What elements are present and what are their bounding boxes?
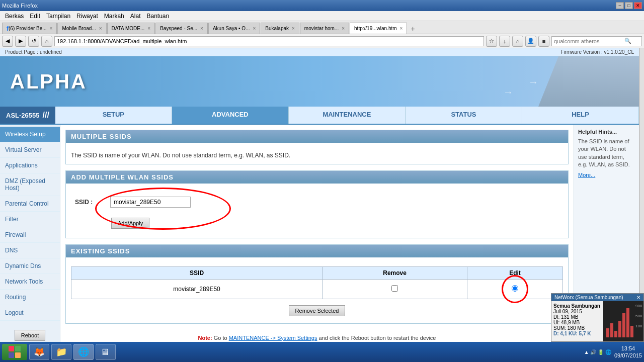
tab-3-close[interactable]: × bbox=[200, 26, 203, 31]
start-button[interactable] bbox=[2, 344, 27, 360]
chart-bar-1 bbox=[606, 328, 609, 337]
chart-label-100: 100 K bbox=[635, 324, 642, 328]
chart-bar-5 bbox=[622, 313, 625, 337]
tab-5[interactable]: Bukalapak × bbox=[261, 23, 299, 34]
sidebar-item-dmz[interactable]: DMZ (Exposed Host) bbox=[0, 173, 60, 196]
taskbar-firefox[interactable]: 🦊 bbox=[29, 344, 49, 360]
tab-7-close[interactable]: × bbox=[400, 26, 403, 31]
menu-alat[interactable]: Alat bbox=[127, 12, 144, 21]
remove-selected-button[interactable]: Remove Selected bbox=[289, 305, 346, 316]
nav-advanced[interactable]: ADVANCED bbox=[172, 107, 289, 124]
sidebar-item-logout[interactable]: Logout bbox=[0, 305, 60, 321]
sidebar-item-routing[interactable]: Routing bbox=[0, 290, 60, 305]
tab-2-close[interactable]: × bbox=[147, 26, 150, 31]
maximize-btn[interactable]: □ bbox=[625, 2, 633, 9]
note-suffix: and click the Reboot button to restart t… bbox=[318, 335, 436, 341]
svg-rect-2 bbox=[9, 352, 14, 358]
ssid-input[interactable] bbox=[110, 197, 191, 208]
nav-setup[interactable]: SETUP bbox=[55, 107, 172, 124]
window-controls[interactable]: – □ ✕ bbox=[616, 2, 642, 9]
multiple-ssids-description: The SSID is name of your WLAN. Do not us… bbox=[71, 152, 563, 159]
taskbar-cmd[interactable]: 🖥 bbox=[96, 344, 116, 360]
tab-4-close[interactable]: × bbox=[253, 26, 256, 31]
tab-0[interactable]: f (6) Provider Be... × bbox=[2, 23, 57, 34]
home2-btn[interactable]: ⌂ bbox=[512, 36, 523, 47]
router-header: ALPHA → → bbox=[0, 56, 639, 107]
networx-stats: Semua Sambungan Juli 09, 2015 Dl: 131 MB… bbox=[551, 301, 603, 341]
home-btn[interactable]: ⌂ bbox=[41, 36, 52, 47]
tab-1-close[interactable]: × bbox=[99, 26, 102, 31]
close-btn[interactable]: ✕ bbox=[634, 2, 642, 9]
firefox-icon: 🦊 bbox=[34, 346, 45, 357]
edit-radio[interactable] bbox=[512, 285, 518, 292]
content-wrapper: Wireless Setup Virtual Server Applicatio… bbox=[0, 125, 639, 342]
address-bar: ◀ ▶ ↺ ⌂ ☆ ↓ ⌂ 👤 ≡ 🔍 bbox=[0, 34, 644, 48]
table-header-row: SSID Remove Edit bbox=[71, 267, 563, 280]
sidebar-item-parental-control[interactable]: Parental Control bbox=[0, 196, 60, 212]
add-apply-button[interactable]: Add/Apply bbox=[111, 218, 149, 229]
tab-5-close[interactable]: × bbox=[292, 26, 295, 31]
col-remove: Remove bbox=[323, 267, 467, 280]
product-page: Product Page : undefined bbox=[5, 49, 62, 55]
table-body: movistar_289E50 bbox=[71, 280, 563, 299]
edit-circle-wrapper bbox=[509, 282, 521, 296]
sidebar-item-filter[interactable]: Filter bbox=[0, 212, 60, 227]
tab-2[interactable]: DATA MODE... × bbox=[107, 23, 155, 34]
address-input[interactable] bbox=[54, 36, 484, 46]
remove-checkbox[interactable] bbox=[391, 285, 398, 292]
table-head: SSID Remove Edit bbox=[71, 267, 563, 280]
sidebar-item-dynamic-dns[interactable]: Dynamic Dns bbox=[0, 258, 60, 274]
tab-7[interactable]: http://19...wlan.htm × bbox=[350, 23, 407, 34]
add-wlan-box: ADD MULTIPLE WLAN SSIDS SSID : Add/Apply bbox=[65, 170, 569, 238]
tab-1[interactable]: Mobile Broad... × bbox=[57, 23, 106, 34]
tab-3[interactable]: Bayspeed - Se... × bbox=[155, 23, 208, 34]
main-panel: MULTIPLE SSIDS The SSID is name of your … bbox=[60, 125, 574, 342]
ssid-form-row: SSID : bbox=[71, 193, 563, 212]
menu-riwayat[interactable]: Riwayat bbox=[73, 12, 101, 21]
note-link[interactable]: MAINTENANCE -> System Settings bbox=[229, 335, 317, 341]
note-area: Note: Go to MAINTENANCE -> System Settin… bbox=[65, 330, 569, 342]
menu-markah[interactable]: Markah bbox=[101, 12, 127, 21]
sidebar-item-virtual-server[interactable]: Virtual Server bbox=[0, 142, 60, 158]
chart-label-500: 500 K bbox=[635, 314, 642, 318]
minimize-btn[interactable]: – bbox=[616, 2, 624, 9]
tab-0-close[interactable]: × bbox=[50, 26, 53, 31]
nav-maintenance[interactable]: MAINTENANCE bbox=[289, 107, 406, 124]
tab-4[interactable]: Akun Saya • O... × bbox=[208, 23, 260, 34]
search-input[interactable] bbox=[554, 38, 624, 44]
user-btn[interactable]: 👤 bbox=[525, 36, 536, 47]
menu-bantuan[interactable]: Bantuan bbox=[143, 12, 172, 21]
nav-tabs: ASL-26555 /// SETUP ADVANCED MAINTENANCE… bbox=[0, 107, 639, 125]
menu-edit[interactable]: Edit bbox=[27, 12, 43, 21]
menu-tampilan[interactable]: Tampilan bbox=[43, 12, 73, 21]
sidebar-item-firewall[interactable]: Firewall bbox=[0, 227, 60, 243]
taskbar-folder[interactable]: 📁 bbox=[51, 344, 71, 360]
title-bar: Mozilla Firefox – □ ✕ bbox=[0, 0, 644, 11]
forward-btn[interactable]: ▶ bbox=[15, 36, 26, 47]
bookmark-btn[interactable]: ☆ bbox=[486, 36, 497, 47]
taskbar-chrome[interactable]: 🌐 bbox=[73, 344, 94, 360]
networx-label: Semua Sambungan bbox=[553, 303, 601, 309]
sidebar-item-dns[interactable]: DNS bbox=[0, 243, 60, 258]
back-btn[interactable]: ◀ bbox=[2, 36, 13, 47]
networx-chart-svg: 900 K 500 K 100 K bbox=[605, 303, 642, 338]
note-prefix: Note: bbox=[198, 335, 212, 341]
sidebar-item-applications[interactable]: Applications bbox=[0, 158, 60, 173]
tab-6[interactable]: movistar hom... × bbox=[300, 23, 349, 34]
menu-berkas[interactable]: Berkas bbox=[2, 12, 27, 21]
search-icon[interactable]: 🔍 bbox=[624, 38, 631, 44]
reboot-button[interactable]: Reboot bbox=[15, 330, 45, 341]
reload-btn[interactable]: ↺ bbox=[28, 36, 39, 47]
menu-btn[interactable]: ≡ bbox=[538, 36, 549, 47]
tab-6-close[interactable]: × bbox=[342, 26, 345, 31]
nav-help[interactable]: HELP bbox=[522, 107, 639, 124]
hints-more-link[interactable]: More... bbox=[578, 172, 635, 178]
sidebar-item-wireless-setup[interactable]: Wireless Setup bbox=[0, 127, 60, 142]
sidebar-item-network-tools[interactable]: Network Tools bbox=[0, 274, 60, 290]
networx-close[interactable]: ✕ bbox=[636, 295, 640, 300]
new-tab-btn[interactable]: + bbox=[408, 24, 418, 34]
tab-1-label: Mobile Broad... bbox=[62, 26, 96, 31]
ssid-label: SSID : bbox=[75, 199, 105, 206]
nav-status[interactable]: STATUS bbox=[406, 107, 522, 124]
download-btn[interactable]: ↓ bbox=[499, 36, 510, 47]
